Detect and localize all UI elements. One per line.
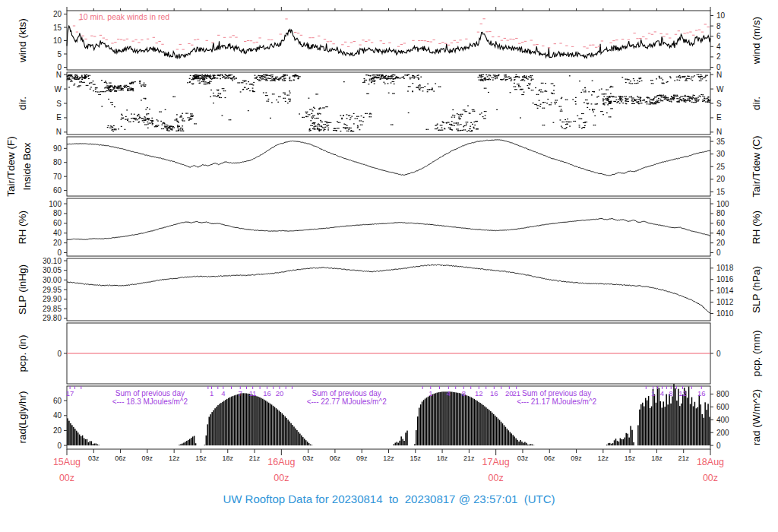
svg-text:0: 0 xyxy=(57,442,62,450)
svg-text:S: S xyxy=(716,100,722,108)
svg-text:30: 30 xyxy=(716,150,726,158)
x-minor-label: 12z xyxy=(383,454,394,462)
x-minor-label: 12z xyxy=(598,454,609,462)
svg-text:8: 8 xyxy=(716,22,721,30)
svg-text:60: 60 xyxy=(716,219,726,227)
svg-text:5: 5 xyxy=(57,50,62,59)
rad-cum-label: 16 xyxy=(697,389,706,397)
svg-text:4: 4 xyxy=(716,43,721,51)
svg-text:0: 0 xyxy=(716,442,721,450)
svg-text:1018: 1018 xyxy=(716,264,734,272)
rad-sum-annotation-line1: Sum of previous day xyxy=(115,389,185,397)
rad-cum-label: 17 xyxy=(66,389,74,397)
meteogram-canvas: 051015200246810NESWNNESWN607080901520253… xyxy=(0,0,778,490)
x-minor-label: 06z xyxy=(330,454,341,462)
x-major-hour: 00z xyxy=(703,473,718,483)
rad-cum-label: 4 xyxy=(660,389,664,397)
x-minor-label: 15z xyxy=(625,454,636,462)
rad-cum-label: 8 xyxy=(669,389,673,397)
x-major-hour: 00z xyxy=(274,473,289,483)
svg-text:0: 0 xyxy=(716,350,721,358)
x-minor-label: 09z xyxy=(571,454,582,462)
svg-text:W: W xyxy=(716,85,724,93)
svg-text:20: 20 xyxy=(53,426,62,435)
rad-sum-annotation-line1: Sum of previous day xyxy=(312,389,381,397)
rad-cum-label: 21 xyxy=(512,389,520,397)
svg-text:2: 2 xyxy=(716,52,721,61)
svg-text:E: E xyxy=(716,113,722,122)
panel-temp: 607080901520253035 xyxy=(53,137,726,196)
rad-cum-label: 1 xyxy=(429,389,432,397)
svg-text:N: N xyxy=(56,128,62,136)
svg-text:60: 60 xyxy=(53,397,62,405)
x-minor-label: 18z xyxy=(651,454,663,462)
rad-cum-label: 11 xyxy=(249,389,257,397)
temp-trace xyxy=(67,140,710,176)
x-minor-label: 03z xyxy=(517,454,529,462)
panel-slp: 29.8029.8529.9029.9530.0030.0530.1010101… xyxy=(43,257,734,323)
x-minor-label: 15z xyxy=(410,454,422,462)
x-minor-label: 09z xyxy=(356,454,368,462)
peak-wind-annotation: 10 min. peak winds in red xyxy=(79,12,169,21)
x-minor-label: 03z xyxy=(88,454,100,462)
axis-title-rad-left: rad(Lgly/hr) xyxy=(17,353,29,482)
panel-rh: 020406080100020406080100 xyxy=(49,198,729,257)
svg-text:60: 60 xyxy=(53,219,62,227)
rad-sum-annotation-line1: Sum of previous day xyxy=(522,389,591,397)
x-major-date: 17Aug xyxy=(482,457,510,467)
rad-cum-label: 7 xyxy=(239,389,242,397)
x-minor-label: 09z xyxy=(142,454,153,462)
rad-cum-label: 20 xyxy=(276,389,284,397)
meteogram-figure: 051015200246810NESWNNESWN607080901520253… xyxy=(0,0,778,532)
panel-dir: NESWNNESWN xyxy=(55,71,724,137)
svg-text:0: 0 xyxy=(716,249,721,257)
svg-text:10: 10 xyxy=(53,36,62,45)
rad-cum-label: 1 xyxy=(210,389,213,397)
svg-text:29.95: 29.95 xyxy=(43,286,62,294)
svg-text:100: 100 xyxy=(716,200,729,208)
svg-text:600: 600 xyxy=(716,403,729,411)
x-major-date: 15Aug xyxy=(53,457,81,467)
rad-cum-label: 12 xyxy=(475,389,483,397)
svg-text:N: N xyxy=(56,71,62,79)
rad-cum-label: 4 xyxy=(221,389,225,397)
panel-rad: 0204060020040060080017147111620148121620… xyxy=(53,384,729,449)
svg-text:10: 10 xyxy=(716,11,726,20)
x-minor-label: 18z xyxy=(222,454,233,462)
svg-text:400: 400 xyxy=(716,416,729,424)
wind-trace xyxy=(67,26,710,58)
x-major-hour: 00z xyxy=(489,473,504,483)
svg-text:20: 20 xyxy=(53,10,62,18)
rad-sum-annotation-line2: <--- 22.77 MJoules/m^2 xyxy=(307,397,387,406)
axis-title-temp-left: Tair/Tdew (F) xyxy=(5,102,17,231)
svg-text:N: N xyxy=(716,71,722,79)
svg-text:80: 80 xyxy=(53,209,62,217)
svg-text:W: W xyxy=(55,85,62,93)
rad-cum-label: 8 xyxy=(462,389,466,397)
svg-text:15: 15 xyxy=(53,24,62,32)
rad-cum-label: 16 xyxy=(263,389,271,397)
x-minor-label: 12z xyxy=(169,454,180,462)
svg-text:800: 800 xyxy=(716,390,729,398)
svg-text:1016: 1016 xyxy=(716,275,734,283)
x-minor-label: 03z xyxy=(302,454,314,462)
svg-text:1014: 1014 xyxy=(716,287,734,295)
svg-text:20: 20 xyxy=(716,239,726,247)
svg-text:60: 60 xyxy=(53,186,62,195)
axis-title-rad-right: rad (W/m^2) xyxy=(751,353,763,482)
svg-text:20: 20 xyxy=(716,175,726,183)
rad-sum-annotation-line2: <--- 21.17 MJoules/m^2 xyxy=(517,397,596,406)
x-major-hour: 00z xyxy=(59,473,74,483)
svg-text:20: 20 xyxy=(53,239,62,247)
svg-text:6: 6 xyxy=(716,32,721,40)
svg-text:E: E xyxy=(56,113,62,122)
x-major-date: 16Aug xyxy=(267,457,295,467)
svg-text:40: 40 xyxy=(716,229,726,237)
x-major-date: 18Aug xyxy=(697,457,724,467)
svg-text:15: 15 xyxy=(716,188,726,196)
svg-text:30.10: 30.10 xyxy=(43,257,62,265)
svg-text:40: 40 xyxy=(53,411,62,420)
rad-cum-label: 12 xyxy=(678,389,687,397)
svg-text:N: N xyxy=(716,128,722,136)
rad-sum-annotation-line2: <--- 18.3 MJoules/m^2 xyxy=(112,397,188,406)
